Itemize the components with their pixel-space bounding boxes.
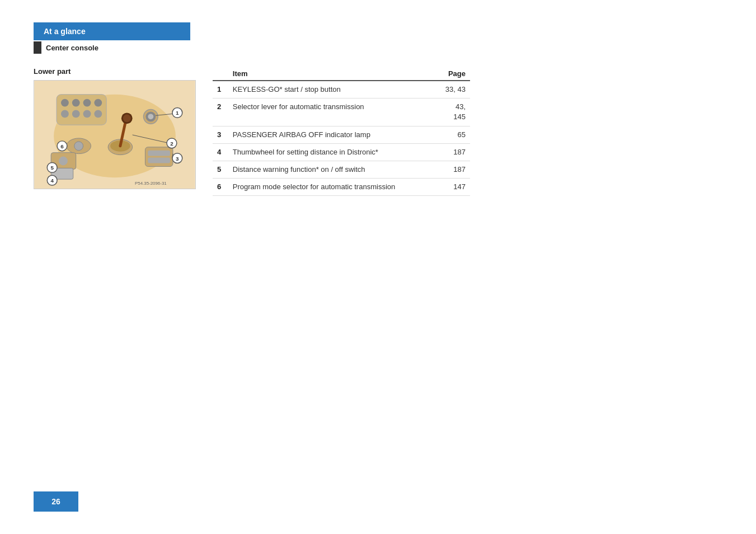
svg-point-22 xyxy=(59,157,68,166)
row-item: KEYLESS-GO* start / stop button xyxy=(228,81,433,99)
left-panel: Lower part xyxy=(34,67,196,196)
svg-point-17 xyxy=(74,142,83,151)
svg-point-10 xyxy=(94,110,102,118)
table-row: 2Selector lever for automatic transmissi… xyxy=(213,99,470,126)
svg-point-9 xyxy=(83,110,91,118)
row-page: 43, 145 xyxy=(433,99,470,126)
svg-rect-20 xyxy=(148,158,170,163)
section-title: Center console xyxy=(46,44,98,52)
row-number: 4 xyxy=(213,143,228,161)
svg-point-7 xyxy=(61,110,69,118)
table-row: 6Program mode selector for automatic tra… xyxy=(213,179,470,196)
svg-point-15 xyxy=(123,114,131,122)
svg-text:3: 3 xyxy=(176,156,179,162)
diagram-box: 1 2 3 4 5 xyxy=(34,80,196,189)
row-page: 65 xyxy=(433,126,470,143)
row-page: 33, 43 xyxy=(433,81,470,99)
table-row: 5Distance warning func­tion* on / off sw… xyxy=(213,161,470,178)
col-item-header: Item xyxy=(228,67,433,81)
content-area: Lower part xyxy=(34,67,470,196)
items-table: Item Page 1KEYLESS-GO* start / stop butt… xyxy=(213,67,470,196)
lower-part-label: Lower part xyxy=(34,67,196,76)
page-footer: 26 xyxy=(34,491,78,512)
svg-text:1: 1 xyxy=(176,110,179,116)
table-row: 4Thumbwheel for setting distance in Dist… xyxy=(213,143,470,161)
table-row: 3PASSENGER AIRBAG OFF indicator lamp65 xyxy=(213,126,470,143)
svg-point-5 xyxy=(83,99,91,107)
svg-text:P54.35-2096-31: P54.35-2096-31 xyxy=(135,181,167,186)
row-number: 5 xyxy=(213,161,228,178)
row-number: 2 xyxy=(213,99,228,126)
svg-point-3 xyxy=(61,99,69,107)
svg-text:2: 2 xyxy=(170,140,173,147)
svg-point-6 xyxy=(94,99,102,107)
svg-point-26 xyxy=(148,114,153,119)
col-page-header: Page xyxy=(433,67,470,81)
row-item: Selector lever for automatic transmissio… xyxy=(228,99,433,126)
header-banner: At a glance xyxy=(34,22,190,40)
table-header-row: Item Page xyxy=(213,67,470,81)
svg-rect-19 xyxy=(148,151,170,156)
svg-point-8 xyxy=(72,110,80,118)
row-item: Thumbwheel for setting distance in Distr… xyxy=(228,143,433,161)
row-number: 3 xyxy=(213,126,228,143)
right-panel: Item Page 1KEYLESS-GO* start / stop butt… xyxy=(213,67,470,196)
row-page: 187 xyxy=(433,161,470,178)
header-title: At a glance xyxy=(44,27,86,36)
svg-point-4 xyxy=(72,99,80,107)
section-title-bar: Center console xyxy=(34,41,470,54)
svg-rect-18 xyxy=(145,147,172,167)
page-number: 26 xyxy=(51,497,60,506)
row-item: Program mode selector for automatic tran… xyxy=(228,179,433,196)
center-console-diagram: 1 2 3 4 5 xyxy=(34,81,195,189)
row-page: 187 xyxy=(433,143,470,161)
table-row: 1KEYLESS-GO* start / stop button33, 43 xyxy=(213,81,470,99)
svg-text:5: 5 xyxy=(50,165,54,171)
section-black-bar-icon xyxy=(34,41,41,54)
svg-text:6: 6 xyxy=(60,143,64,149)
row-page: 147 xyxy=(433,179,470,196)
row-number: 6 xyxy=(213,179,228,196)
svg-text:4: 4 xyxy=(50,177,54,184)
row-item: PASSENGER AIRBAG OFF indicator lamp xyxy=(228,126,433,143)
row-number: 1 xyxy=(213,81,228,99)
col-num-header xyxy=(213,67,228,81)
row-item: Distance warning func­tion* on / off swi… xyxy=(228,161,433,178)
